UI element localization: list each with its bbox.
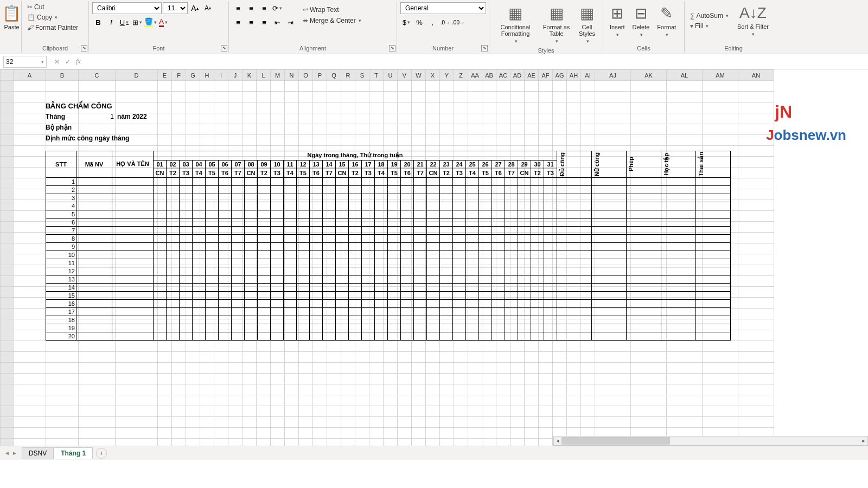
cell[interactable] xyxy=(454,384,468,395)
col-header-AK[interactable]: AK xyxy=(631,70,667,81)
cell[interactable] xyxy=(79,395,116,406)
cell[interactable] xyxy=(496,417,510,428)
cell[interactable] xyxy=(581,352,595,363)
col-header-Q[interactable]: Q xyxy=(327,70,341,81)
add-sheet-button[interactable]: + xyxy=(96,448,107,459)
cell[interactable] xyxy=(46,395,79,406)
cell[interactable] xyxy=(214,384,228,395)
cell[interactable] xyxy=(355,113,369,124)
cell[interactable] xyxy=(285,102,299,113)
cell[interactable] xyxy=(327,135,341,146)
cell[interactable] xyxy=(172,135,186,146)
cell[interactable] xyxy=(703,92,738,102)
cell[interactable] xyxy=(299,81,313,92)
cell[interactable] xyxy=(14,265,46,276)
cell[interactable] xyxy=(341,352,355,363)
conditional-formatting-button[interactable]: ▦Conditional Formatting xyxy=(493,2,538,46)
cell[interactable] xyxy=(14,102,46,113)
cell[interactable] xyxy=(482,81,496,92)
cell[interactable] xyxy=(299,384,313,395)
cell[interactable] xyxy=(200,341,214,352)
cell[interactable] xyxy=(454,124,468,135)
cell[interactable] xyxy=(426,135,440,146)
cell[interactable] xyxy=(14,319,46,330)
cell[interactable] xyxy=(553,92,567,102)
cell[interactable] xyxy=(398,363,412,374)
cell[interactable] xyxy=(738,417,774,428)
cell[interactable] xyxy=(384,341,398,352)
cell[interactable] xyxy=(285,135,299,146)
cell[interactable] xyxy=(299,135,313,146)
cell[interactable] xyxy=(369,428,384,439)
cell[interactable] xyxy=(738,395,774,406)
cell[interactable] xyxy=(738,406,774,417)
cell[interactable] xyxy=(214,135,228,146)
cell[interactable] xyxy=(313,124,327,135)
cell[interactable] xyxy=(539,92,553,102)
cell[interactable] xyxy=(384,135,398,146)
cell[interactable] xyxy=(285,124,299,135)
cell[interactable] xyxy=(553,406,567,417)
cell[interactable] xyxy=(468,81,482,92)
cell[interactable] xyxy=(14,189,46,200)
cell[interactable] xyxy=(525,374,539,384)
cell[interactable] xyxy=(271,374,285,384)
format-painter-button[interactable]: Format Painter xyxy=(25,23,85,33)
cell[interactable] xyxy=(271,406,285,417)
col-header-F[interactable]: F xyxy=(172,70,186,81)
alignment-dialog-launcher[interactable]: ⬊ xyxy=(389,45,395,52)
cell[interactable] xyxy=(454,81,468,92)
cell[interactable] xyxy=(327,113,341,124)
cell[interactable] xyxy=(200,102,214,113)
cell[interactable] xyxy=(454,113,468,124)
row-header[interactable] xyxy=(1,243,14,254)
cell[interactable] xyxy=(581,81,595,92)
cell[interactable] xyxy=(440,406,454,417)
cell[interactable] xyxy=(158,428,172,439)
cell[interactable] xyxy=(667,81,703,92)
cell[interactable] xyxy=(46,428,79,439)
row-header[interactable] xyxy=(1,102,14,113)
cell[interactable] xyxy=(341,102,355,113)
cell[interactable] xyxy=(553,124,567,135)
cell[interactable] xyxy=(581,102,595,113)
cell[interactable] xyxy=(496,406,510,417)
row-header[interactable] xyxy=(1,81,14,92)
cell[interactable] xyxy=(567,341,581,352)
cell[interactable] xyxy=(482,102,496,113)
cell[interactable] xyxy=(257,92,271,102)
cell[interactable] xyxy=(631,102,667,113)
cell[interactable] xyxy=(510,81,525,92)
orientation-button[interactable]: ⟳ xyxy=(271,2,283,14)
cell[interactable] xyxy=(412,102,426,113)
cell[interactable] xyxy=(228,92,242,102)
cell[interactable] xyxy=(738,363,774,374)
cell[interactable] xyxy=(703,135,738,146)
cell[interactable] xyxy=(553,102,567,113)
cell[interactable] xyxy=(313,384,327,395)
cell[interactable] xyxy=(454,102,468,113)
cell[interactable] xyxy=(384,406,398,417)
cell[interactable] xyxy=(703,113,738,124)
cell[interactable] xyxy=(667,341,703,352)
cell[interactable] xyxy=(482,417,496,428)
scroll-left-icon[interactable]: ◄ xyxy=(554,436,561,445)
cell[interactable] xyxy=(496,102,510,113)
cell[interactable] xyxy=(412,135,426,146)
cell[interactable] xyxy=(525,395,539,406)
cell[interactable] xyxy=(667,406,703,417)
cell[interactable] xyxy=(228,395,242,406)
cell[interactable] xyxy=(525,363,539,374)
cell[interactable] xyxy=(327,428,341,439)
cell[interactable] xyxy=(631,352,667,363)
cell[interactable] xyxy=(214,352,228,363)
cell[interactable] xyxy=(257,384,271,395)
cell[interactable] xyxy=(172,102,186,113)
cell[interactable] xyxy=(553,374,567,384)
cell[interactable] xyxy=(525,124,539,135)
cell[interactable] xyxy=(567,395,581,406)
cell[interactable] xyxy=(186,92,200,102)
cell[interactable] xyxy=(186,135,200,146)
cell[interactable] xyxy=(200,113,214,124)
cell[interactable] xyxy=(200,124,214,135)
